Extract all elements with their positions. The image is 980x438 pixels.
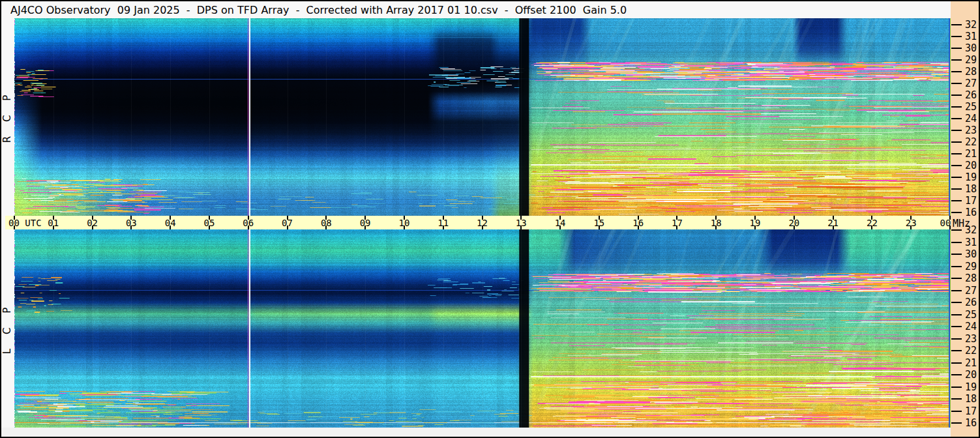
page-title: AJ4CO Observatory 09 Jan 2025 - DPS on T… <box>10 4 627 16</box>
freq-tick <box>951 362 962 364</box>
title-bar: AJ4CO Observatory 09 Jan 2025 - DPS on T… <box>1 1 951 18</box>
freq-tick <box>951 314 962 315</box>
freq-tick <box>951 83 962 84</box>
freq-tick-label: 23 <box>965 124 977 136</box>
time-tick-label: 03 <box>118 218 144 228</box>
time-tick-label: 23 <box>898 218 924 228</box>
freq-tick <box>951 177 962 178</box>
freq-tick <box>951 165 962 166</box>
bottom-margin <box>1 428 951 437</box>
freq-tick <box>951 153 962 154</box>
time-tick-label: 06 <box>235 218 261 228</box>
freq-tick-label: 25 <box>965 309 977 321</box>
freq-tick <box>951 118 962 119</box>
freq-tick <box>951 290 962 291</box>
freq-tick-label: 31 <box>965 237 977 248</box>
freq-tick <box>951 130 962 131</box>
freq-tick-label: 22 <box>965 136 977 148</box>
rcp-panel-label: R C P <box>1 78 14 156</box>
freq-tick-label: 21 <box>965 357 977 369</box>
freq-tick <box>951 374 962 375</box>
freq-tick <box>951 188 962 190</box>
time-tick-label: 01 <box>40 218 67 228</box>
freq-tick-label: 26 <box>965 297 977 308</box>
time-tick-label: 10 <box>391 218 417 228</box>
freq-tick-label: 20 <box>965 369 977 381</box>
freq-tick-label: 30 <box>965 42 977 54</box>
freq-tick-label: 32 <box>965 19 977 31</box>
time-tick-label: 22 <box>859 218 885 228</box>
time-tick-label: 12 <box>469 218 496 228</box>
freq-tick-label: 24 <box>965 113 977 124</box>
freq-tick <box>951 398 962 400</box>
freq-tick-label: 22 <box>965 345 977 357</box>
freq-tick-label: 27 <box>965 78 977 89</box>
freq-tick-label: 24 <box>965 321 977 332</box>
freq-tick <box>951 59 962 61</box>
time-tick-label: 07 <box>275 218 301 228</box>
freq-tick-label: 16 <box>965 207 977 218</box>
freq-tick <box>951 242 962 243</box>
freq-tick-label: 26 <box>965 89 977 101</box>
freq-tick <box>951 266 962 267</box>
freq-tick <box>951 95 962 96</box>
freq-tick-label: 19 <box>965 381 977 393</box>
spectrograph-page: { "title": "AJ4CO Observatory 09 Jan 202… <box>0 0 980 438</box>
rcp-spectrogram <box>14 18 951 216</box>
time-tick-label: 05 <box>196 218 222 228</box>
freq-tick-label: 17 <box>965 405 977 417</box>
time-tick-label: 15 <box>586 218 612 228</box>
time-tick-label: 04 <box>157 218 183 228</box>
freq-tick <box>951 229 962 231</box>
time-tick-label: 02 <box>80 218 106 228</box>
freq-tick <box>951 338 962 340</box>
freq-tick-label: 16 <box>965 417 977 429</box>
freq-tick-label: 29 <box>965 261 977 272</box>
freq-tick <box>951 141 962 143</box>
freq-tick <box>951 422 962 424</box>
freq-tick-label: 28 <box>965 272 977 284</box>
freq-tick <box>951 411 962 412</box>
mhz-unit-label: MHz <box>953 218 970 229</box>
time-tick-label: 19 <box>742 218 768 228</box>
freq-tick <box>951 200 962 201</box>
freq-tick-label: 29 <box>965 54 977 66</box>
lcp-panel-label: L C P <box>1 290 14 368</box>
time-tick-label: 16 <box>625 218 651 228</box>
freq-tick <box>951 212 962 213</box>
freq-tick <box>951 36 962 37</box>
time-tick-label: 00 UTC <box>8 218 42 228</box>
time-tick-label: 11 <box>430 218 456 228</box>
freq-tick <box>951 24 962 25</box>
freq-tick-label: 19 <box>965 171 977 183</box>
time-tick-label: 18 <box>703 218 729 228</box>
freq-tick-label: 18 <box>965 183 977 195</box>
freq-tick-label: 27 <box>965 285 977 297</box>
freq-tick-label: 18 <box>965 393 977 405</box>
freq-tick <box>951 106 962 108</box>
freq-tick-label: 17 <box>965 195 977 207</box>
freq-tick-label: 23 <box>965 333 977 345</box>
freq-tick-label: 28 <box>965 66 977 78</box>
freq-tick-label: 25 <box>965 101 977 113</box>
time-tick-label: 17 <box>664 218 690 228</box>
freq-tick <box>951 71 962 72</box>
time-tick-label: 08 <box>313 218 339 228</box>
time-tick-label: 20 <box>781 218 807 228</box>
freq-tick <box>951 302 962 303</box>
time-axis: 00 UTC0102030405060708091011121314151617… <box>5 216 951 229</box>
freq-tick <box>951 387 962 388</box>
freq-tick <box>951 350 962 351</box>
freq-tick <box>951 326 962 327</box>
freq-tick <box>951 278 962 279</box>
time-tick-label: 21 <box>820 218 846 228</box>
time-tick-label: 13 <box>508 218 534 228</box>
freq-tick-label: 30 <box>965 248 977 260</box>
time-tick-label: 09 <box>352 218 378 228</box>
freq-tick-label: 31 <box>965 31 977 42</box>
time-tick-label: 14 <box>547 218 573 228</box>
freq-tick <box>951 48 962 49</box>
freq-tick-label: 20 <box>965 160 977 171</box>
lcp-spectrogram <box>14 229 951 428</box>
freq-tick-label: 21 <box>965 148 977 160</box>
